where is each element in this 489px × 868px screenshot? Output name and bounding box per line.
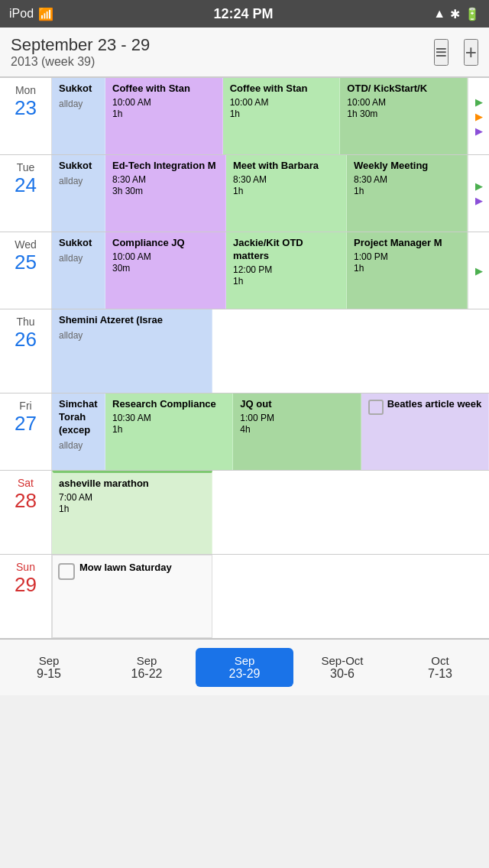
day-name-sat: Sat	[18, 477, 34, 489]
status-time: 12:24 PM	[214, 6, 274, 22]
day-num-fri: 27	[15, 412, 37, 436]
event-coffee-stan-1[interactable]: Coffee with Stan 10:00 AM 1h	[105, 78, 223, 154]
event-sukkot-wed[interactable]: Sukkot allday	[52, 232, 105, 309]
events-sat: asheville marathon 7:00 AM 1h	[52, 471, 489, 554]
day-row-sun: Sun 29 Mow lawn Saturday	[0, 555, 489, 639]
event-compliance-jq[interactable]: Compliance JQ 10:00 AM 30m	[105, 232, 226, 309]
day-label-sun: Sun 29	[0, 555, 52, 638]
event-meet-barbara[interactable]: Meet with Barbara 8:30 AM 1h	[226, 155, 347, 232]
week-title: September 23 - 29	[11, 35, 150, 55]
nav-week-oct-7-13[interactable]: Oct 7-13	[391, 648, 489, 687]
overflow-tue: ▶ ▶	[468, 155, 489, 232]
menu-button[interactable]: ≡	[434, 39, 449, 66]
status-right: ▲ ✱ 🔋	[433, 7, 480, 21]
day-label-mon: Mon 23	[0, 78, 52, 154]
mow-lawn-title: Mow lawn Saturday	[79, 562, 172, 575]
event-coffee-stan-2[interactable]: Coffee with Stan 10:00 AM 1h	[223, 78, 341, 154]
day-row-mon: Mon 23 Sukkot allday Coffee with Stan 10…	[0, 78, 489, 155]
event-asheville[interactable]: asheville marathon 7:00 AM 1h	[52, 471, 212, 554]
event-sukkot-tue[interactable]: Sukkot allday	[52, 155, 105, 232]
arrow-green-mon: ▶	[475, 96, 483, 108]
day-num-wed: 25	[15, 251, 37, 274]
arrow-purple-mon: ▶	[475, 125, 483, 137]
calendar-grid: Mon 23 Sukkot allday Coffee with Stan 10…	[0, 77, 489, 639]
nav-week-sep-oct-30-6[interactable]: Sep-Oct 30-6	[293, 648, 391, 687]
event-simchat[interactable]: Simchat Torah (excep allday	[52, 394, 105, 470]
day-name-mon: Mon	[15, 84, 36, 96]
week-subtitle: 2013 (week 39)	[11, 55, 150, 69]
day-row-wed: Wed 25 Sukkot allday Compliance JQ 10:00…	[0, 232, 489, 309]
event-edtech[interactable]: Ed-Tech Integration M 8:30 AM 3h 30m	[105, 155, 226, 232]
event-jackie-kit[interactable]: Jackie/Kit OTD matters 12:00 PM 1h	[226, 232, 347, 309]
events-sun: Mow lawn Saturday	[52, 555, 489, 638]
arrow-green-tue: ▶	[475, 180, 483, 192]
nav-week-sep-9-15[interactable]: Sep 9-15	[0, 648, 98, 687]
event-jq-out[interactable]: JQ out 1:00 PM 4h	[233, 394, 361, 470]
nav-week-dates-5: 7-13	[428, 667, 452, 681]
carrier-label: iPod	[9, 7, 34, 21]
add-button[interactable]: +	[464, 39, 478, 66]
nav-week-dates-2: 16-22	[131, 667, 163, 681]
location-icon: ▲	[433, 7, 445, 21]
events-tue: Sukkot allday Ed-Tech Integration M 8:30…	[52, 155, 489, 232]
event-otd-kickstart[interactable]: OTD/ KickStart/K 10:00 AM 1h 30m	[340, 78, 468, 154]
nav-week-dates-4: 30-6	[330, 667, 355, 681]
day-label-fri: Fri 27	[0, 394, 52, 470]
day-row-fri: Fri 27 Simchat Torah (excep allday Resea…	[0, 394, 489, 471]
mow-lawn-checkbox[interactable]	[58, 563, 75, 580]
day-name-wed: Wed	[15, 238, 37, 251]
beatles-title: Beatles article week	[387, 398, 482, 411]
header-title-group: September 23 - 29 2013 (week 39)	[11, 35, 150, 69]
day-label-wed: Wed 25	[0, 232, 52, 309]
nav-week-label-2: Sep	[137, 654, 157, 667]
day-name-fri: Fri	[19, 400, 31, 412]
nav-week-label-4: Sep-Oct	[321, 654, 363, 667]
battery-icon: 🔋	[465, 7, 480, 21]
event-project-manager[interactable]: Project Manager M 1:00 PM 1h	[347, 232, 468, 309]
day-row-sat: Sat 28 asheville marathon 7:00 AM 1h	[0, 471, 489, 555]
nav-week-label-5: Oct	[431, 654, 449, 667]
nav-week-label-3: Sep	[235, 654, 255, 667]
arrow-purple-tue: ▶	[475, 195, 483, 206]
header-buttons: ≡ +	[434, 39, 478, 66]
status-left: iPod 📶	[9, 7, 53, 21]
day-num-tue: 24	[15, 173, 37, 197]
events-wed: Sukkot allday Compliance JQ 10:00 AM 30m…	[52, 232, 489, 309]
day-name-tue: Tue	[17, 161, 35, 173]
day-label-sat: Sat 28	[0, 471, 52, 554]
events-fri: Simchat Torah (excep allday Research Com…	[52, 394, 489, 470]
day-row-tue: Tue 24 Sukkot allday Ed-Tech Integration…	[0, 155, 489, 232]
nav-week-sep-23-29[interactable]: Sep 23-29	[196, 648, 293, 687]
day-label-tue: Tue 24	[0, 155, 52, 232]
day-row-thu: Thu 26 Shemini Atzeret (Israe allday	[0, 309, 489, 394]
arrow-orange-mon: ▶	[475, 111, 483, 122]
event-sukkot-mon[interactable]: Sukkot allday	[52, 78, 105, 154]
nav-week-label-1: Sep	[39, 654, 60, 667]
day-num-sun: 29	[15, 573, 37, 597]
event-shemini[interactable]: Shemini Atzeret (Israe allday	[52, 309, 212, 393]
event-weekly-meeting[interactable]: Weekly Meeting 8:30 AM 1h	[347, 155, 468, 232]
day-name-thu: Thu	[16, 316, 34, 328]
event-research-compliance[interactable]: Research Compliance 10:30 AM 1h	[105, 394, 233, 470]
bottom-nav: Sep 9-15 Sep 16-22 Sep 23-29 Sep-Oct 30-…	[0, 639, 489, 695]
day-num-sat: 28	[15, 489, 37, 513]
calendar-header: September 23 - 29 2013 (week 39) ≡ +	[0, 28, 489, 77]
bluetooth-icon: ✱	[450, 7, 460, 21]
status-bar: iPod 📶 12:24 PM ▲ ✱ 🔋	[0, 0, 489, 28]
day-num-thu: 26	[15, 328, 37, 351]
beatles-checkbox[interactable]	[368, 400, 384, 415]
events-mon: Sukkot allday Coffee with Stan 10:00 AM …	[52, 78, 489, 154]
nav-week-sep-16-22[interactable]: Sep 16-22	[98, 648, 196, 687]
events-thu: Shemini Atzeret (Israe allday	[52, 309, 489, 393]
overflow-wed: ▶	[468, 232, 489, 309]
nav-week-dates-1: 9-15	[37, 667, 61, 681]
day-name-sun: Sun	[16, 561, 35, 573]
day-num-mon: 23	[15, 96, 37, 120]
event-mow-lawn[interactable]: Mow lawn Saturday	[52, 555, 212, 638]
wifi-icon: 📶	[38, 7, 53, 21]
nav-week-dates-3: 23-29	[229, 667, 261, 681]
overflow-mon: ▶ ▶ ▶	[468, 78, 489, 154]
day-label-thu: Thu 26	[0, 309, 52, 393]
arrow-green-wed: ▶	[475, 265, 483, 277]
event-beatles-article[interactable]: Beatles article week	[361, 394, 489, 470]
